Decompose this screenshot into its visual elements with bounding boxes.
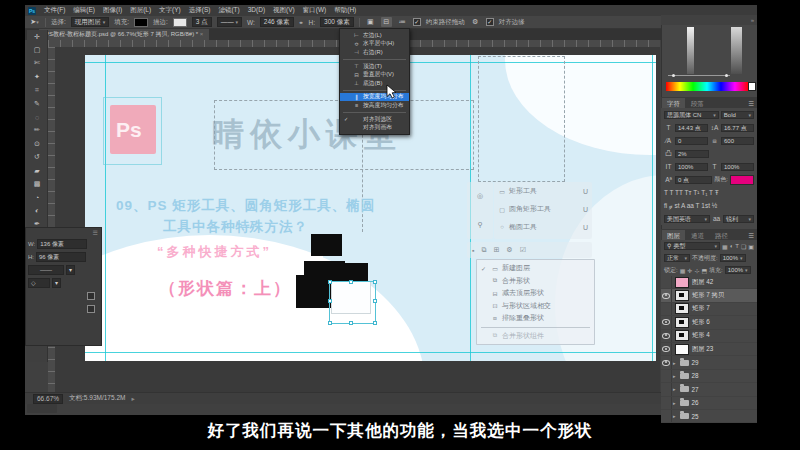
menu-item[interactable]: 图层(L) <box>130 6 151 15</box>
panel-menu-icon[interactable]: ☰ <box>748 232 757 240</box>
eraser-tool-icon[interactable]: ▰ <box>27 164 48 177</box>
layer-row[interactable]: ▸ 26 <box>661 397 757 410</box>
filter-smart-icon[interactable]: ▣ <box>748 243 754 250</box>
menu-item[interactable]: 文字(Y) <box>159 6 181 15</box>
status-arrow-icon[interactable]: ▸ <box>131 395 134 403</box>
tab-layers[interactable]: 图层 <box>662 230 685 240</box>
dropdown-caret-icon[interactable]: ▾ <box>66 265 75 275</box>
layer-row[interactable]: ▸ 矩形 4 <box>661 330 757 343</box>
document-tab[interactable]: PS教程-教程标题页.psd @ 66.7%(矩形 7 拷贝, RGB/8#) … <box>39 29 209 40</box>
prop-checkbox[interactable] <box>87 305 95 313</box>
transform-handle[interactable] <box>373 280 377 284</box>
opentype-feature-buttons[interactable]: fi ℊ st A aa T 1st ½ <box>661 199 757 212</box>
align-menu-item[interactable]: ✓ ⊣ 右边(R) <box>340 48 409 57</box>
visibility-toggle[interactable] <box>661 330 672 342</box>
heal-tool-icon[interactable]: ◌ <box>27 110 48 123</box>
align-menu-item[interactable]: ✓ ⊤ 顶边(T) <box>340 62 409 71</box>
menu-item[interactable]: 图像(I) <box>103 6 122 15</box>
dropdown-caret-icon[interactable]: ▾ <box>52 278 61 288</box>
history-brush-tool-icon[interactable]: ↺ <box>27 151 48 164</box>
layer-row[interactable]: ▸ 28 <box>661 370 757 383</box>
font-size-field[interactable]: 14.43 点 <box>675 124 708 132</box>
gear-icon[interactable]: ⚙ <box>470 17 481 27</box>
opacity-field[interactable]: 100%▾ <box>720 254 746 262</box>
dodge-tool-icon[interactable]: ◐ <box>27 204 48 217</box>
stroke-width-field[interactable]: 3 点 <box>192 17 212 27</box>
lasso-tool-icon[interactable]: ✄ <box>27 57 48 70</box>
visibility-toggle[interactable] <box>661 343 672 355</box>
text-color-swatch[interactable] <box>730 175 754 185</box>
path-alignment-icon[interactable]: ⊟ <box>381 17 392 27</box>
align-menu-item[interactable]: ✓ ≎ 水平居中(H) <box>340 40 409 49</box>
stroke-style-dropdown[interactable]: —— <box>28 265 64 275</box>
blur-tool-icon[interactable]: ◔ <box>27 191 48 204</box>
color-spectrum-bar[interactable] <box>666 82 748 91</box>
fill-field[interactable]: 100%▾ <box>725 266 751 274</box>
align-edges-checkbox[interactable]: ✓ <box>486 18 494 26</box>
width-field[interactable]: 246 像素 <box>260 17 294 27</box>
layer-row[interactable]: ▸ 29 <box>661 356 757 369</box>
stamp-tool-icon[interactable]: ⊙ <box>27 137 48 150</box>
align-menu-item[interactable]: ✓ <box>343 59 406 60</box>
prop-width-field[interactable]: 136 像素 <box>37 239 87 249</box>
lock-pixels-icon[interactable]: ✛ <box>687 267 692 274</box>
menu-item[interactable]: 帮助(H) <box>334 6 356 15</box>
align-menu-item[interactable]: ✓ ≡ 按高度均匀分布 <box>340 101 409 110</box>
tool-preset-icon[interactable]: ➤▾ <box>29 17 40 27</box>
kerning-field[interactable]: 0 <box>675 137 708 145</box>
menu-item[interactable]: 视图(V) <box>273 6 295 15</box>
visibility-toggle[interactable] <box>661 276 672 288</box>
stroke-style-dropdown[interactable]: —— ▾ <box>217 17 242 27</box>
menu-item[interactable]: 选择(S) <box>189 6 211 15</box>
visibility-toggle[interactable] <box>661 383 672 395</box>
crop-tool-icon[interactable]: ⌗ <box>27 84 48 97</box>
horizontal-scale-field[interactable]: 100% <box>721 163 754 171</box>
transform-handle[interactable] <box>328 321 332 325</box>
menu-item[interactable]: 窗口(W) <box>303 6 326 15</box>
antialias-dropdown[interactable]: 锐利▾ <box>723 215 754 223</box>
path-operations-icon[interactable]: ▣ <box>365 17 376 27</box>
fill-swatch[interactable] <box>134 18 148 27</box>
select-mode-dropdown[interactable]: 现用图层 ▾ <box>71 17 109 27</box>
slider-knob[interactable] <box>725 74 728 77</box>
zoom-level-field[interactable]: 66.67% <box>33 394 63 404</box>
transform-handle[interactable] <box>328 280 332 284</box>
transform-handle[interactable] <box>373 321 377 325</box>
move-tool-icon[interactable]: ✛ <box>27 30 48 43</box>
lock-all-icon[interactable]: ⬒ <box>701 267 707 274</box>
brush-tool-icon[interactable]: ✏ <box>27 124 48 137</box>
align-menu-item[interactable]: ✓ 对齐到画布 <box>340 123 409 132</box>
visibility-toggle[interactable] <box>661 397 672 409</box>
stroke-type-dropdown[interactable]: ◇ <box>28 278 50 288</box>
visibility-toggle[interactable] <box>661 303 672 315</box>
align-menu-item[interactable]: ✓ ⊥ 底边(B) <box>340 79 409 88</box>
group-caret-icon[interactable]: ▸ <box>673 373 676 379</box>
filter-adjustment-icon[interactable]: ◐ <box>730 243 734 249</box>
menu-item[interactable]: 编辑(E) <box>73 6 95 15</box>
font-style-dropdown[interactable]: Bold▾ <box>721 111 754 119</box>
proportional-spacing-field[interactable]: 2% <box>675 150 709 158</box>
visibility-toggle[interactable] <box>661 370 672 382</box>
black-square-shape[interactable] <box>311 234 342 256</box>
align-menu-item[interactable]: ✓ ∥ 按宽度均匀分布 <box>340 93 409 102</box>
white-color-swatch[interactable] <box>748 82 756 91</box>
layer-row[interactable]: ▸ 27 <box>661 383 757 396</box>
align-menu-item[interactable]: ✓ 对齐到选区 <box>340 115 409 124</box>
text-style-buttons[interactable]: T T TT Tт T¹ T₁ T Ŧ <box>661 186 757 199</box>
visibility-toggle[interactable] <box>661 289 672 301</box>
menu-item[interactable]: 3D(D) <box>248 6 265 15</box>
panel-collapse-bar[interactable]: » <box>661 15 757 25</box>
filter-shape-icon[interactable]: ❏ <box>741 243 746 250</box>
align-menu-item[interactable]: ✓ ⊢ 左边(L) <box>340 31 409 40</box>
group-caret-icon[interactable]: ▸ <box>673 360 676 366</box>
menu-item[interactable]: 滤镜(T) <box>218 6 239 15</box>
black-square-shape[interactable] <box>341 263 368 281</box>
tab-character[interactable]: 字符 <box>662 98 685 108</box>
transform-bounding-box[interactable] <box>329 281 376 324</box>
transform-handle[interactable] <box>349 321 353 325</box>
eyedropper-tool-icon[interactable]: ✎ <box>27 97 48 110</box>
constrain-path-checkbox[interactable]: ✓ <box>413 18 421 26</box>
marquee-tool-icon[interactable]: ▢ <box>27 43 48 56</box>
transform-handle[interactable] <box>373 299 377 303</box>
tab-paragraph[interactable]: 段落 <box>686 98 709 108</box>
